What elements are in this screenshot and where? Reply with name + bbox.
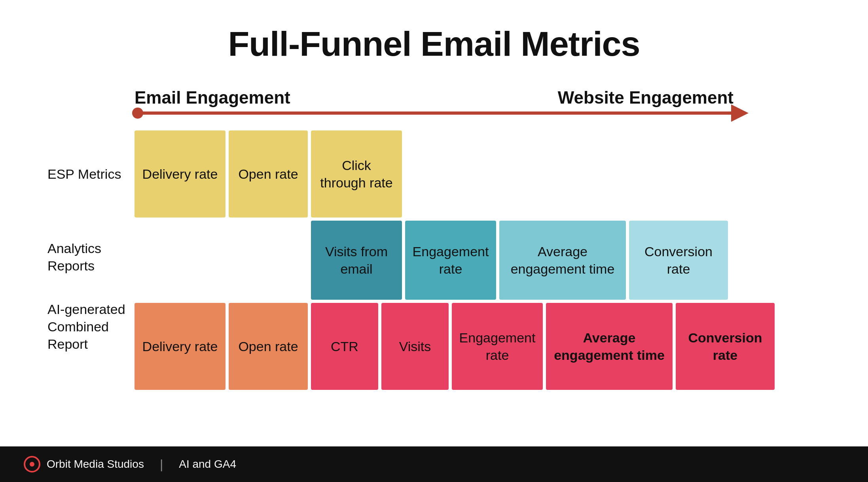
ai-ctr: CTR <box>311 303 378 390</box>
arrow-dot <box>132 108 143 119</box>
footer: Orbit Media Studios | AI and GA4 <box>0 446 868 482</box>
esp-click-through-rate: Click through rate <box>311 130 402 217</box>
ai-conversion-rate: Conversion rate <box>676 303 775 390</box>
row-label-ai: AI-generatedCombined Report <box>47 297 135 384</box>
esp-delivery-rate: Delivery rate <box>135 130 226 217</box>
analytics-engagement-rate: Engagement rate <box>405 221 496 300</box>
analytics-row: Visits from email Engagement rate Averag… <box>311 221 821 300</box>
analytics-avg-engagement-time: Average engagement time <box>499 221 626 300</box>
row-label-esp: ESP Metrics <box>47 130 135 217</box>
ai-delivery-rate: Delivery rate <box>135 303 226 390</box>
email-engagement-header: Email Engagement <box>135 88 290 108</box>
footer-logo: Orbit Media Studios <box>24 456 144 473</box>
website-engagement-header: Website Engagement <box>558 88 733 108</box>
analytics-visits-from-email: Visits from email <box>311 221 402 300</box>
footer-brand: Orbit Media Studios <box>47 458 144 471</box>
footer-logo-circle <box>24 456 40 473</box>
ai-row: Delivery rate Open rate CTR Visits Engag… <box>135 303 821 390</box>
arrow-head <box>731 104 749 122</box>
main-content: Full-Funnel Email Metrics Email Engageme… <box>0 0 868 446</box>
section-headers: Email Engagement Website Engagement <box>47 88 821 108</box>
footer-divider: | <box>160 457 163 472</box>
arrow-line <box>135 112 733 115</box>
analytics-conversion-rate: Conversion rate <box>629 221 728 300</box>
ai-engagement-rate: Engagement rate <box>452 303 543 390</box>
ai-visits: Visits <box>381 303 449 390</box>
esp-open-rate: Open rate <box>229 130 308 217</box>
row-labels: ESP Metrics Analytics Reports AI-generat… <box>47 130 135 384</box>
row-label-analytics: Analytics Reports <box>47 217 135 297</box>
ai-open-rate: Open rate <box>229 303 308 390</box>
esp-row: Delivery rate Open rate Click through ra… <box>135 130 821 217</box>
grid-table: Delivery rate Open rate Click through ra… <box>135 130 821 390</box>
arrow-container <box>47 112 821 115</box>
grid-area: ESP Metrics Analytics Reports AI-generat… <box>47 130 821 390</box>
page-title: Full-Funnel Email Metrics <box>228 24 640 64</box>
footer-logo-dot <box>30 462 34 467</box>
ai-avg-engagement-time: Average engagement time <box>546 303 673 390</box>
footer-subtitle: AI and GA4 <box>179 458 236 471</box>
